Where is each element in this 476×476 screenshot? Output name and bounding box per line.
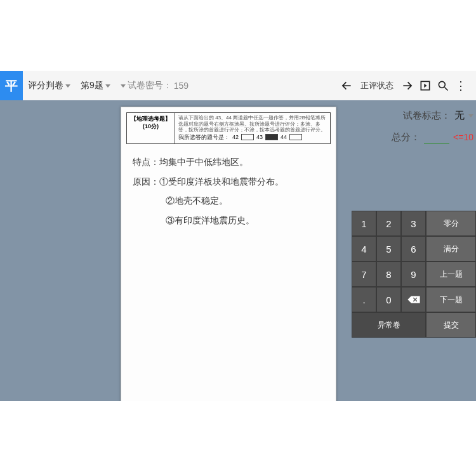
key-submit[interactable]: 提交 — [426, 312, 476, 338]
total-label: 总分： — [392, 131, 420, 143]
key-1[interactable]: 1 — [352, 211, 376, 236]
key-7[interactable]: 7 — [352, 261, 376, 287]
key-dot[interactable]: . — [352, 287, 376, 312]
score-input[interactable] — [424, 130, 449, 144]
choice-44: 44 — [281, 134, 287, 140]
instruction-text: 请从下面给出的 43、44 两道题中任选一题作答，并用2B铅笔将所选题对应的题号… — [178, 115, 327, 133]
caret-down-icon — [65, 84, 70, 88]
choice-44-box — [289, 134, 302, 140]
key-6[interactable]: 6 — [401, 236, 426, 261]
mark-label: 试卷标志： — [403, 110, 451, 122]
hw-label-2: 原因： — [133, 173, 159, 192]
more-icon[interactable]: ⋮ — [452, 77, 470, 95]
subject-box: 【地理选考题】 (10分) — [127, 113, 175, 143]
instruction-box: 请从下面给出的 43、44 两道题中任选一题作答，并用2B铅笔将所选题对应的题号… — [175, 113, 330, 143]
export-icon[interactable] — [416, 77, 434, 95]
hw-label-1: 特点： — [133, 153, 159, 173]
key-5[interactable]: 5 — [376, 236, 401, 261]
handwriting-area: 特点：均集中于中低纬地区。 原因：①受印度洋板块和地震带分布。 ②地壳不稳定。 … — [121, 144, 336, 240]
choice-43-box — [265, 134, 278, 140]
subject-line1: 【地理选考题】 — [131, 116, 171, 123]
choice-row: 我所选答的题号是： 42 43 44 — [178, 133, 327, 142]
score-keypad: 1 2 3 零分 4 5 6 满分 7 8 9 上一题 . 0 下一题 异常卷 — [352, 211, 476, 338]
key-2[interactable]: 2 — [376, 211, 401, 236]
key-next-question[interactable]: 下一题 — [426, 287, 476, 312]
mode-label: 评分判卷 — [28, 80, 63, 91]
choice-42: 42 — [232, 134, 239, 140]
key-3[interactable]: 3 — [401, 211, 426, 236]
mark-row: 试卷标志： 无 — [403, 109, 473, 122]
paper-id-dropdown[interactable]: 试卷密号：159 — [116, 80, 194, 91]
hw-text-1: 均集中于中低纬地区。 — [159, 157, 248, 167]
question-label: 第9题 — [81, 80, 103, 91]
status-label: 正评状态 — [355, 80, 399, 91]
key-zero-score[interactable]: 零分 — [426, 211, 476, 236]
svg-point-1 — [439, 81, 445, 88]
answer-sheet[interactable]: 【地理选考题】 (10分) 请从下面给出的 43、44 两道题中任选一题作答，并… — [121, 107, 336, 401]
caret-down-icon — [121, 84, 126, 88]
key-prev-question[interactable]: 上一题 — [426, 261, 476, 287]
backspace-icon — [407, 295, 421, 304]
key-abnormal[interactable]: 异常卷 — [352, 312, 426, 338]
prev-arrow-icon[interactable] — [338, 77, 355, 95]
question-dropdown[interactable]: 第9题 — [76, 80, 116, 91]
key-backspace[interactable] — [401, 287, 426, 312]
key-full-score[interactable]: 满分 — [426, 236, 476, 261]
subject-line2: (10分) — [131, 123, 171, 131]
grading-canvas: 【地理选考题】 (10分) 请从下面给出的 43、44 两道题中任选一题作答，并… — [0, 100, 476, 401]
app-logo: 平 — [0, 71, 23, 100]
choice-label: 我所选答的题号是： — [178, 133, 230, 142]
caret-down-icon — [468, 114, 473, 117]
max-score: <=10 — [453, 132, 473, 142]
key-0[interactable]: 0 — [376, 287, 401, 312]
search-icon[interactable] — [434, 77, 452, 95]
next-arrow-icon[interactable] — [399, 77, 416, 95]
score-row: 总分： <=10 — [392, 130, 473, 144]
caret-down-icon — [105, 84, 110, 88]
mode-dropdown[interactable]: 评分判卷 — [23, 80, 76, 91]
svg-line-2 — [445, 88, 448, 91]
mark-value[interactable]: 无 — [454, 109, 465, 122]
key-9[interactable]: 9 — [401, 261, 426, 287]
header-bar: 平 评分判卷 第9题 试卷密号：159 正评状态 — [0, 71, 476, 100]
paper-id-label: 试卷密号： — [128, 80, 172, 91]
choice-42-box — [241, 134, 254, 140]
paper-id-value: 159 — [174, 81, 188, 91]
key-4[interactable]: 4 — [352, 236, 376, 261]
paper-header: 【地理选考题】 (10分) 请从下面给出的 43、44 两道题中任选一题作答，并… — [126, 112, 331, 144]
hw-text-2c: ③有印度洋地震历史。 — [166, 216, 255, 225]
hw-text-2a: ①受印度洋板块和地震带分布。 — [159, 177, 284, 187]
key-8[interactable]: 8 — [376, 261, 401, 287]
choice-43: 43 — [256, 134, 263, 140]
hw-text-2b: ②地壳不稳定。 — [166, 196, 228, 206]
